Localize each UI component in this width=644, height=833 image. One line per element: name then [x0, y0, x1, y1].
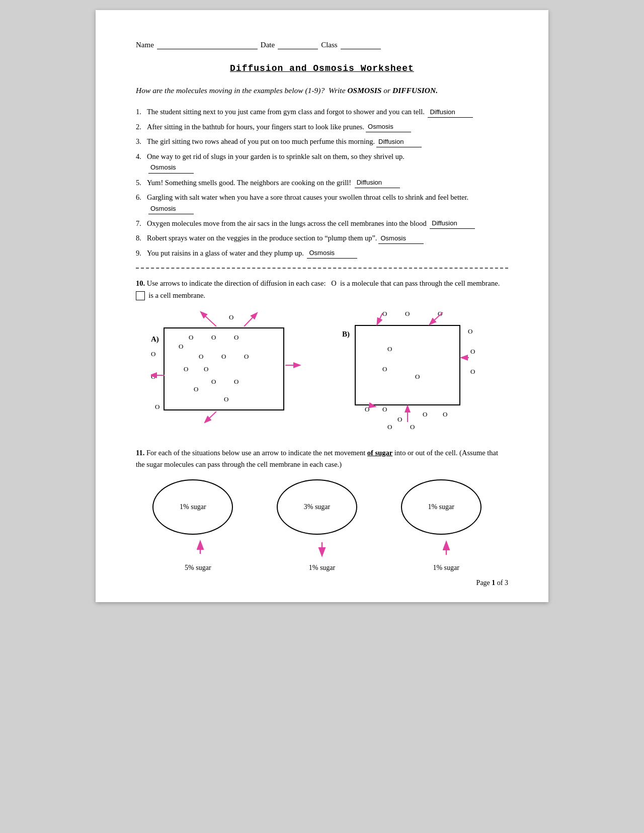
question-3: 3. The girl sitting two rows ahead of yo… — [136, 136, 508, 147]
worksheet-page: Name Date Class Diffusion and Osmosis Wo… — [96, 10, 548, 602]
class-label: Class — [321, 41, 338, 49]
mol-a-in5: O — [199, 353, 203, 361]
membrane-symbol — [136, 291, 145, 300]
diffusion-bold: DIFFUSION. — [392, 86, 438, 95]
date-label: Date — [261, 41, 275, 49]
mol-a-in4: O — [179, 343, 183, 351]
answer-5: Diffusion — [355, 178, 400, 188]
svg-line-0 — [201, 312, 216, 326]
answer-6: Osmosis — [148, 204, 194, 214]
question-7: 7. Oxygen molecules move from the air sa… — [136, 218, 508, 229]
answer-3: Diffusion — [376, 137, 422, 147]
answer-8: Osmosis — [378, 233, 424, 244]
question-1: 1. The student sitting next to you just … — [136, 106, 508, 117]
cell-b-arrow — [277, 479, 367, 560]
svg-line-8 — [370, 405, 375, 406]
answer-7: Diffusion — [430, 218, 475, 229]
question-5: 5. Yum! Something smells good. The neigh… — [136, 177, 508, 188]
mol-a-in8: O — [184, 365, 188, 373]
mol-a-in13: O — [224, 395, 228, 403]
instruction: How are the molecules moving in the exam… — [136, 85, 508, 96]
mol-a-in9: O — [204, 365, 208, 373]
cell-b-outside-label: 1% sugar — [309, 564, 336, 572]
mol-a-in12: O — [194, 385, 198, 393]
title-section: Diffusion and Osmosis Worksheet — [136, 63, 508, 73]
q11-underline: of sugar — [367, 449, 392, 457]
questions-list: 1. The student sitting next to you just … — [136, 106, 508, 259]
header: Name Date Class — [136, 40, 508, 49]
class-blank — [341, 40, 381, 49]
q11-cells: 1% sugar 5% sugar 3% sugar — [136, 479, 508, 572]
diagram-a: A) O O O O O O O O O O O O O O O O O — [151, 307, 307, 423]
cell-a-outside-label: 5% sugar — [185, 564, 211, 572]
answer-1: Diffusion — [428, 107, 473, 118]
question-8: 8. Robert sprays water on the veggies in… — [136, 232, 508, 243]
mol-a-in11: O — [234, 378, 238, 386]
mol-a-in3: O — [234, 334, 238, 342]
diagram-a-label: A) — [151, 335, 159, 344]
dashed-separator — [136, 268, 508, 269]
diagram-b: B) O O O O O O O O O O O O O O O O — [337, 307, 493, 438]
cell-c-outside-label: 1% sugar — [433, 564, 459, 572]
q10-diagrams: A) O O O O O O O O O O O O O O O O O — [136, 307, 508, 438]
cell-b-wrapper: 3% sugar — [277, 479, 367, 560]
mol-a-in10: O — [211, 378, 216, 386]
mol-a-out2: O — [151, 350, 155, 358]
q10-section: 10. Use arrows to indicate the direction… — [136, 278, 508, 301]
answer-4: Osmosis — [148, 162, 194, 173]
cell-a-arrow — [152, 479, 243, 560]
q10-num: 10. — [136, 279, 145, 287]
worksheet-title: Diffusion and Osmosis Worksheet — [230, 63, 414, 73]
q11-num: 11. — [136, 449, 144, 457]
name-blank — [157, 40, 258, 49]
question-2: 2. After sitting in the bathtub for hour… — [136, 121, 508, 132]
name-label: Name — [136, 41, 154, 49]
mol-a-in2: O — [211, 334, 216, 342]
mol-a-in7: O — [244, 353, 249, 361]
cell-a-wrapper: 1% sugar — [152, 479, 243, 560]
mol-a-in6: O — [221, 353, 226, 361]
mol-a-out4: O — [155, 403, 159, 411]
mol-a-out3: O — [151, 373, 155, 381]
question-6: 6. Gargling with salt water when you hav… — [136, 192, 508, 214]
diagram-b-label: B) — [342, 330, 350, 339]
footer-text: Page — [476, 579, 492, 587]
page-footer: Page 1 of 3 — [476, 579, 508, 587]
cell-c-arrow — [401, 479, 492, 560]
mol-a-in1: O — [189, 334, 193, 342]
cell-diagram-a: 1% sugar 5% sugar — [152, 479, 243, 572]
mol-a-out1: O — [229, 313, 233, 321]
footer-total: of 3 — [495, 579, 508, 587]
question-4: 4. One way to get rid of slugs in your g… — [136, 151, 508, 174]
cell-diagram-b: 3% sugar 1% sugar — [277, 479, 367, 572]
question-9: 9. You put raisins in a glass of water a… — [136, 247, 508, 259]
cell-box-b — [355, 325, 460, 405]
date-blank — [278, 40, 318, 49]
cell-c-wrapper: 1% sugar — [401, 479, 492, 560]
answer-2: Osmosis — [366, 122, 411, 132]
svg-line-1 — [244, 313, 257, 326]
svg-line-6 — [377, 313, 382, 324]
answer-9: Osmosis — [307, 248, 357, 259]
q11-section: 11. For each of the situations below use… — [136, 447, 508, 470]
cell-diagram-c: 1% sugar 1% sugar — [401, 479, 492, 572]
osmosis-bold: OSMOSIS — [347, 86, 381, 95]
svg-line-4 — [205, 411, 216, 422]
